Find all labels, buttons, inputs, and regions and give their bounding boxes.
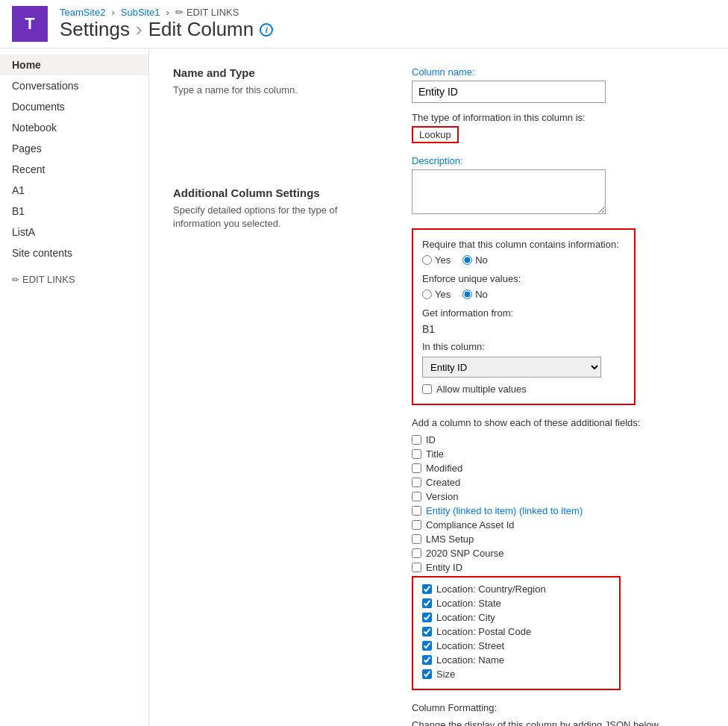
field-size[interactable]: Size (422, 669, 610, 680)
field-id-checkbox[interactable] (412, 435, 421, 445)
require-yes-radio[interactable] (422, 255, 432, 265)
breadcrumb-subsite1[interactable]: SubSite1 (121, 7, 160, 18)
info-icon[interactable]: i (260, 23, 273, 37)
field-title-checkbox[interactable] (412, 449, 421, 459)
field-compliance-checkbox[interactable] (412, 520, 421, 530)
section1-desc: Type a name for this column. (173, 84, 382, 97)
column-name-input[interactable] (412, 81, 606, 103)
field-location-state[interactable]: Location: State (422, 598, 610, 609)
additional-settings-section: Require that this column contains inform… (412, 228, 636, 405)
field-location-street-checkbox[interactable] (422, 641, 432, 651)
description-textarea[interactable] (412, 169, 606, 214)
field-modified-checkbox[interactable] (412, 463, 421, 473)
field-location-street[interactable]: Location: Street (422, 640, 610, 651)
enforce-yes-option[interactable]: Yes (422, 289, 451, 300)
enforce-no-option[interactable]: No (462, 289, 488, 300)
require-no-radio[interactable] (462, 255, 472, 265)
field-snp-checkbox[interactable] (412, 548, 421, 558)
main-content: Name and Type Type a name for this colum… (149, 48, 728, 726)
allow-multiple-checkbox[interactable] (422, 384, 432, 394)
sidebar: Home Conversations Documents Notebook Pa… (0, 48, 149, 726)
field-location-city[interactable]: Location: City (422, 612, 610, 623)
breadcrumb: TeamSite2 › SubSite1 › ✏ EDIT LINKS (60, 7, 273, 18)
require-radio-group: Yes No (422, 254, 625, 266)
field-lms[interactable]: LMS Setup (412, 533, 704, 545)
field-location-city-label: Location: City (436, 612, 495, 623)
sidebar-item-recent[interactable]: Recent (0, 159, 148, 180)
require-yes-label: Yes (435, 254, 451, 266)
field-location-state-checkbox[interactable] (422, 598, 432, 608)
sidebar-item-home[interactable]: Home (0, 54, 148, 75)
enforce-no-radio[interactable] (462, 290, 472, 299)
sidebar-item-a1[interactable]: A1 (0, 180, 148, 201)
checked-fields-group: Location: Country/Region Location: State… (412, 576, 621, 690)
field-title[interactable]: Title (412, 448, 704, 460)
field-snp[interactable]: 2020 SNP Course (412, 548, 704, 559)
field-location-country[interactable]: Location: Country/Region (422, 583, 610, 595)
enforce-radio-group: Yes No (422, 289, 625, 300)
allow-multiple-label: Allow multiple values (436, 384, 527, 395)
require-yes-option[interactable]: Yes (422, 254, 451, 266)
field-lms-label: LMS Setup (426, 533, 474, 545)
formatting-desc: Change the display of this column by add… (412, 718, 704, 726)
field-compliance[interactable]: Compliance Asset Id (412, 519, 704, 531)
field-size-label: Size (436, 669, 455, 680)
field-version[interactable]: Version (412, 491, 704, 502)
formatting-title: Column Formatting: (412, 702, 704, 713)
pencil-icon: ✏ (175, 7, 183, 18)
field-version-checkbox[interactable] (412, 492, 421, 501)
type-label: The type of information in this column i… (412, 112, 704, 123)
field-version-label: Version (426, 491, 458, 502)
field-location-postal[interactable]: Location: Postal Code (422, 626, 610, 637)
field-entity-id-checkbox[interactable] (412, 563, 421, 572)
enforce-yes-radio[interactable] (422, 290, 432, 299)
sidebar-item-site-contents[interactable]: Site contents (0, 242, 148, 263)
sidebar-item-lista[interactable]: ListA (0, 222, 148, 242)
avatar: T (12, 6, 48, 42)
field-modified-label: Modified (426, 463, 462, 474)
left-panel: Name and Type Type a name for this colum… (173, 66, 382, 726)
field-snp-label: 2020 SNP Course (426, 548, 504, 559)
field-entity-linked-checkbox[interactable] (412, 506, 421, 516)
top-header: T TeamSite2 › SubSite1 › ✏ EDIT LINKS Se… (0, 0, 728, 48)
field-lms-checkbox[interactable] (412, 534, 421, 544)
sidebar-edit-links[interactable]: ✏ EDIT LINKS (0, 269, 148, 290)
get-info-label: Get information from: (422, 307, 625, 319)
sidebar-item-documents[interactable]: Documents (0, 96, 148, 117)
require-no-option[interactable]: No (462, 254, 488, 266)
field-created-checkbox[interactable] (412, 478, 421, 487)
field-entity-linked-label[interactable]: Entity (linked to item) (linked to item) (426, 505, 583, 516)
sidebar-item-notebook[interactable]: Notebook (0, 117, 148, 138)
allow-multiple-option[interactable]: Allow multiple values (422, 384, 625, 395)
enforce-yes-label: Yes (435, 289, 451, 300)
field-entity-id[interactable]: Entity ID (412, 562, 704, 573)
title-arrow: › (136, 18, 142, 41)
field-entity-linked[interactable]: Entity (linked to item) (linked to item) (412, 505, 704, 516)
breadcrumb-teamsite2[interactable]: TeamSite2 (60, 7, 105, 18)
section2-title: Additional Column Settings (173, 187, 382, 199)
field-id[interactable]: ID (412, 434, 704, 445)
sidebar-item-b1[interactable]: B1 (0, 201, 148, 222)
field-location-country-checkbox[interactable] (422, 584, 432, 594)
field-location-city-checkbox[interactable] (422, 613, 432, 622)
layout: Home Conversations Documents Notebook Pa… (0, 48, 728, 726)
breadcrumb-separator: › (111, 7, 114, 18)
sidebar-item-pages[interactable]: Pages (0, 138, 148, 159)
field-modified[interactable]: Modified (412, 463, 704, 474)
in-column-select[interactable]: Entity ID Title ID Modified Created (422, 357, 601, 378)
breadcrumb-edit-links[interactable]: ✏ EDIT LINKS (175, 7, 239, 18)
field-location-name-checkbox[interactable] (422, 655, 432, 665)
section2-desc: Specify detailed options for the type of… (173, 204, 382, 231)
field-created-label: Created (426, 477, 460, 488)
field-compliance-label: Compliance Asset Id (426, 519, 515, 531)
lookup-badge: Lookup (412, 126, 459, 143)
field-location-postal-checkbox[interactable] (422, 627, 432, 636)
sidebar-item-conversations[interactable]: Conversations (0, 75, 148, 96)
field-title-label: Title (426, 448, 444, 460)
title-edit-column: Edit Column (148, 18, 254, 41)
field-created[interactable]: Created (412, 477, 704, 488)
formatting-section: Column Formatting: Change the display of… (412, 702, 704, 726)
add-fields-label: Add a column to show each of these addit… (412, 417, 704, 428)
field-size-checkbox[interactable] (422, 669, 432, 679)
field-location-name[interactable]: Location: Name (422, 654, 610, 666)
